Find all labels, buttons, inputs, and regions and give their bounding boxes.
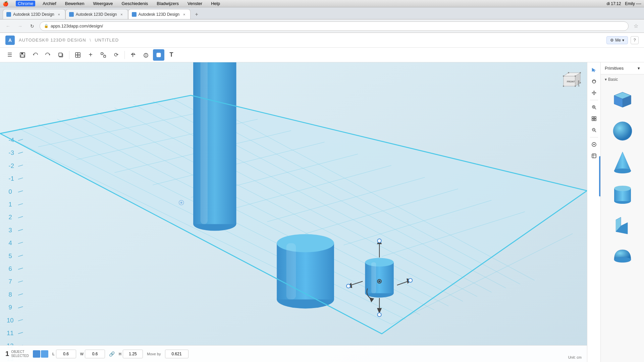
nav-cube-svg: FRONT RIGHT	[557, 68, 584, 95]
bookmark-button[interactable]: ☆	[631, 21, 641, 31]
chrome-tab-3[interactable]: Autodesk 123D Design ×	[128, 9, 191, 19]
forward-button[interactable]: →	[15, 21, 25, 31]
views-tool[interactable]	[589, 139, 599, 149]
section-label: Basic	[608, 77, 618, 82]
svg-point-121	[593, 144, 595, 145]
add-button[interactable]: +	[85, 49, 96, 61]
solid-view-button[interactable]	[153, 49, 164, 61]
section-basic: ▾ Basic	[601, 74, 644, 83]
l-input[interactable]	[56, 350, 76, 358]
apple-menu[interactable]: 🍎	[3, 1, 8, 6]
menu-geschiedenis[interactable]: Geschiedenis	[120, 1, 150, 6]
chrome-tab-1[interactable]: Autodesk 123D Design ×	[3, 9, 65, 19]
tab-label-1: Autodesk 123D Design	[13, 12, 54, 17]
svg-text:0: 0	[9, 188, 12, 195]
menu-button[interactable]: ☰	[4, 49, 15, 61]
w-input[interactable]	[85, 350, 105, 358]
tab-close-2[interactable]: ×	[119, 12, 124, 17]
address-bar[interactable]: 🔒 apps.123dapp.com/design/	[40, 21, 629, 31]
svg-text:10: 10	[7, 317, 14, 324]
tab-favicon-1	[6, 12, 11, 17]
me-icon: ⚙	[610, 38, 614, 43]
undo-button[interactable]	[30, 49, 41, 61]
toolbar-sep-2	[124, 51, 125, 59]
svg-point-134	[614, 257, 631, 262]
svg-point-133	[614, 186, 631, 191]
svg-point-89	[180, 202, 182, 204]
fit-view-tool[interactable]	[589, 114, 599, 124]
viewport[interactable]: -4 -3 -2 -1 0 1 2 3 4 5 6 7 8 9 10 11 12	[0, 62, 587, 362]
new-tab-button[interactable]: +	[192, 10, 201, 19]
app-title: AUTODESK® 123D® DESIGN \ UNTITLED	[19, 38, 119, 43]
w-label: W	[80, 352, 84, 356]
text-button[interactable]: T	[166, 49, 177, 61]
svg-rect-9	[101, 53, 103, 55]
color-swatch[interactable]	[33, 350, 48, 358]
svg-rect-72	[371, 262, 376, 293]
pan-tool[interactable]	[589, 88, 599, 98]
material-button[interactable]	[140, 49, 152, 61]
primitive-cone[interactable]	[606, 147, 639, 178]
svg-point-102	[568, 72, 569, 73]
svg-line-118	[595, 131, 596, 132]
primitive-bracket[interactable]	[606, 210, 639, 241]
tab-close-3[interactable]: ×	[181, 12, 187, 17]
primitive-cylinder[interactable]	[606, 179, 639, 209]
select-tool[interactable]	[589, 65, 599, 75]
svg-rect-68	[286, 243, 296, 299]
chrome-tabbar: Autodesk 123D Design × Autodesk 123D Des…	[0, 7, 644, 19]
refresh-3d-button[interactable]: ⟳	[110, 49, 122, 61]
h-label: H	[119, 352, 121, 356]
me-chevron: ▾	[622, 38, 624, 43]
svg-rect-114	[594, 117, 596, 118]
chrome-tab-2[interactable]: Autodesk 123D Design ×	[65, 9, 128, 19]
nav-cube[interactable]: FRONT RIGHT	[557, 68, 584, 95]
svg-marker-129	[614, 152, 631, 171]
zoom-region-tool[interactable]	[589, 125, 599, 135]
menu-chrome[interactable]: Chrome	[16, 1, 35, 6]
lock-icon: 🔒	[44, 24, 49, 28]
primitive-cube[interactable]	[606, 84, 639, 115]
h-input[interactable]	[123, 350, 143, 358]
color-primary-swatch	[33, 350, 40, 358]
redo-button[interactable]	[42, 49, 54, 61]
menu-bewerken[interactable]: Bewerken	[64, 1, 86, 6]
svg-text:1: 1	[9, 201, 12, 208]
snap-button[interactable]	[98, 49, 109, 61]
menu-venster[interactable]: Venster	[186, 1, 204, 6]
refresh-button[interactable]: ↻	[28, 21, 37, 31]
zoom-tool[interactable]	[589, 102, 599, 112]
menu-help[interactable]: Help	[210, 1, 221, 6]
menubar-user: Emily ----	[625, 1, 641, 6]
transform-button[interactable]	[72, 49, 84, 61]
move-by-input[interactable]	[165, 350, 189, 358]
panel-expand[interactable]: ▾	[638, 66, 640, 71]
color-secondary-swatch	[41, 350, 48, 358]
back-button[interactable]: ←	[3, 21, 13, 31]
svg-point-100	[580, 72, 581, 73]
move-tool-button[interactable]	[127, 49, 139, 61]
menu-weergave[interactable]: Weergave	[92, 1, 114, 6]
menu-bladwijzers[interactable]: Bladwijzers	[155, 1, 180, 6]
render-tool[interactable]	[589, 151, 599, 161]
svg-text:-1: -1	[9, 175, 14, 182]
primitive-hemisphere[interactable]	[606, 242, 639, 272]
save-button[interactable]	[17, 49, 28, 61]
svg-point-67	[277, 234, 334, 252]
svg-text:-3: -3	[9, 149, 14, 156]
tab-close-1[interactable]: ×	[56, 12, 62, 17]
tall-cylinder	[193, 62, 236, 231]
svg-rect-116	[594, 119, 596, 121]
primitive-sphere[interactable]	[606, 116, 639, 146]
object-label: OBJECT SELECTED	[11, 350, 29, 358]
me-button[interactable]: ⚙ Me ▾	[606, 36, 628, 44]
orbit-tool[interactable]	[589, 76, 599, 86]
copy-button[interactable]	[55, 49, 66, 61]
svg-rect-113	[592, 117, 594, 118]
help-button[interactable]: ?	[631, 36, 639, 44]
menu-archief[interactable]: Archief	[41, 1, 57, 6]
svg-marker-105	[593, 90, 595, 92]
section-chevron: ▾	[605, 77, 607, 82]
svg-rect-2	[21, 55, 24, 57]
link-icon: 🔗	[109, 351, 115, 357]
